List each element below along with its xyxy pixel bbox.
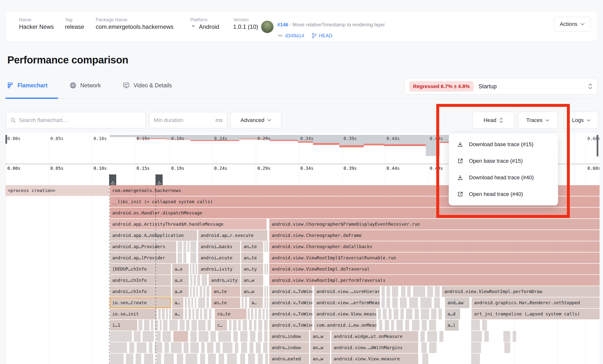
flame-block[interactable] — [249, 320, 252, 330]
flame-block[interactable]: io.sen…Create — [110, 297, 171, 308]
flame-block[interactable]: androi…chInfo — [110, 286, 171, 297]
flame-block[interactable]: android.view.ViewRootImpl$TraversalRunna… — [269, 252, 600, 263]
flame-block[interactable] — [136, 353, 141, 364]
flame-block[interactable] — [219, 353, 224, 364]
minimap-left-handle[interactable] — [5, 135, 7, 144]
flame-block[interactable]: android.v…ToWindow — [269, 309, 312, 319]
flame-block[interactable] — [413, 286, 425, 297]
flame-block[interactable] — [185, 297, 187, 308]
flame-block[interactable] — [264, 297, 266, 308]
flame-block[interactable]: android.view.ViewRootImpl.doTraversal — [269, 264, 600, 274]
flame-block[interactable]: a…o — [172, 264, 189, 274]
flame-block[interactable] — [186, 320, 189, 330]
flame-block[interactable]: android.v…ToWindow — [269, 297, 312, 308]
flame-block[interactable]: android.os.Handler.dispatchMessage — [110, 208, 600, 218]
flame-block[interactable] — [422, 353, 428, 364]
flame-block[interactable] — [188, 297, 190, 308]
flame-block[interactable] — [431, 309, 437, 319]
flame-block[interactable] — [241, 342, 247, 353]
flame-block[interactable]: [DEDUP…chInfo — [110, 264, 171, 274]
flame-block[interactable]: an…w — [310, 342, 330, 353]
flame-block[interactable] — [235, 342, 238, 353]
flame-block[interactable] — [207, 286, 209, 297]
flame-block[interactable] — [149, 342, 152, 353]
flame-block[interactable] — [240, 353, 245, 364]
flame-block[interactable] — [201, 342, 205, 353]
logs-button[interactable]: Logs — [564, 112, 599, 129]
tab-network[interactable]: Network — [70, 82, 101, 89]
flame-block[interactable] — [420, 331, 425, 342]
flame-block[interactable] — [243, 320, 247, 330]
flame-block[interactable]: androi…backs — [198, 241, 240, 252]
flame-block[interactable]: an…w — [241, 286, 263, 297]
flame-block[interactable] — [144, 353, 153, 364]
flame-block[interactable] — [264, 320, 267, 330]
flame-block[interactable]: androi…ecute — [198, 252, 240, 263]
flame-block[interactable]: androi…chInfo — [110, 275, 171, 286]
flame-block[interactable]: android.view.ViewRootImpl.performDraw — [442, 286, 600, 297]
flame-block[interactable] — [421, 342, 427, 353]
flame-block[interactable]: a…o — [172, 275, 189, 286]
flame-block[interactable]: android.view.…erformMeasure — [314, 297, 380, 308]
flame-block[interactable]: an…w — [241, 275, 263, 286]
head-select-button[interactable]: Head — [472, 112, 514, 129]
flame-block[interactable] — [267, 286, 268, 297]
flame-block[interactable] — [242, 297, 244, 308]
flame-block[interactable] — [263, 309, 265, 319]
flame-block[interactable] — [190, 342, 199, 353]
flame-block[interactable] — [197, 275, 200, 286]
flame-block[interactable] — [405, 320, 409, 330]
flame-block[interactable] — [194, 275, 196, 286]
branch-link[interactable]: HEAD — [319, 33, 333, 39]
flame-block[interactable] — [258, 353, 263, 364]
flame-block[interactable]: android.view.Choreographer$FrameDisplayE… — [269, 219, 600, 229]
flame-block[interactable] — [186, 353, 197, 364]
flame-block[interactable] — [126, 353, 133, 364]
flame-block[interactable] — [166, 309, 168, 319]
flame-block[interactable] — [210, 331, 216, 342]
flame-block[interactable] — [164, 342, 169, 353]
flame-block[interactable] — [129, 342, 134, 353]
flame-block[interactable] — [439, 309, 442, 319]
flame-block[interactable] — [110, 353, 124, 364]
flame-block[interactable] — [183, 252, 186, 263]
flame-block[interactable]: and…aw — [445, 297, 469, 308]
flame-block[interactable] — [471, 353, 480, 364]
flame-block[interactable] — [162, 309, 165, 319]
minimap-right-handle[interactable] — [597, 135, 598, 156]
flame-block[interactable]: android.view.…dWithMargins — [331, 342, 418, 353]
flame-block[interactable] — [482, 320, 487, 330]
flame-block[interactable]: an…ty — [241, 264, 263, 274]
flame-block[interactable]: android.graphics.Har…Renderer.setStopped — [472, 297, 600, 308]
flame-block[interactable] — [190, 264, 191, 274]
flame-block[interactable] — [169, 320, 178, 330]
flame-block[interactable] — [190, 331, 197, 342]
traces-button[interactable]: Traces — [518, 112, 557, 129]
flame-block[interactable] — [264, 264, 266, 274]
flame-block[interactable]: com.android.i…ew.onMeasure — [314, 320, 376, 330]
flame-block[interactable] — [178, 252, 182, 263]
flame-block[interactable] — [191, 320, 197, 330]
flame-block[interactable] — [421, 309, 429, 319]
flame-block[interactable] — [183, 241, 186, 252]
flame-block[interactable] — [250, 342, 253, 353]
flame-block[interactable] — [156, 331, 161, 342]
flame-block[interactable] — [190, 252, 196, 263]
flame-block[interactable] — [223, 342, 232, 353]
flame-block[interactable] — [240, 331, 248, 342]
flame-block[interactable] — [248, 309, 250, 319]
flame-block[interactable] — [196, 264, 197, 274]
flame-block[interactable] — [143, 331, 154, 342]
menu-item-download-base-trace-15-[interactable]: Download base trace (#15) — [449, 136, 558, 153]
flame-block[interactable] — [263, 342, 267, 353]
flame-block[interactable] — [401, 286, 406, 297]
flame-block[interactable] — [429, 342, 437, 353]
flame-block[interactable] — [251, 309, 253, 319]
warning-marker[interactable] — [155, 174, 162, 185]
flame-block[interactable] — [245, 297, 247, 308]
flame-block[interactable] — [227, 353, 237, 364]
flame-block[interactable] — [218, 331, 231, 342]
flame-block[interactable]: art_jni_trampoline (…apsed system calls) — [472, 309, 600, 319]
flame-block[interactable]: io.se…init — [110, 309, 157, 319]
flame-block[interactable] — [233, 331, 238, 342]
